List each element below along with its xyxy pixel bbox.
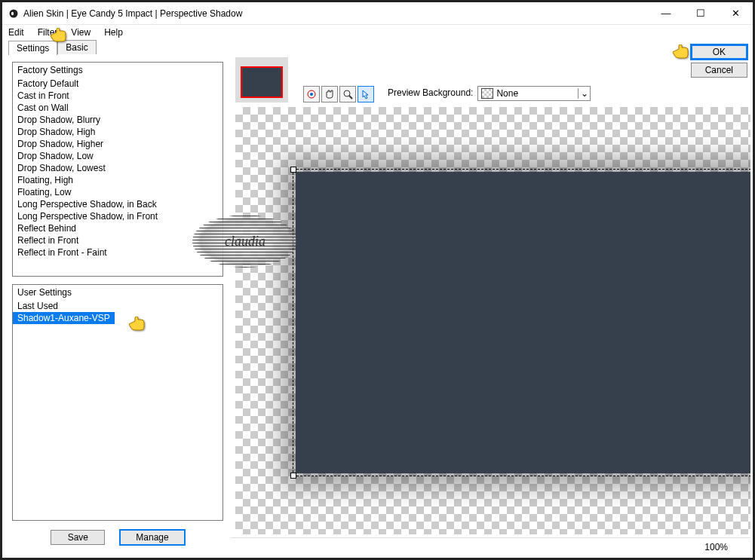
svg-point-3 [310,93,313,96]
tab-row: Settings Basic [2,40,753,55]
svg-point-4 [344,90,350,96]
menu-view[interactable]: View [71,27,91,38]
list-item[interactable]: Drop Shadow, Lowest [13,162,223,174]
factory-settings-header: Factory Settings [13,63,223,78]
close-button[interactable]: ✕ [718,2,753,24]
thumbnail-strip [235,57,288,103]
user-settings-header: User Settings [13,285,223,300]
preview-canvas[interactable] [235,107,750,534]
list-item[interactable]: Drop Shadow, Low [13,150,223,162]
preview-background-value: None [496,88,578,99]
thumbnail-selected[interactable] [241,66,283,98]
list-item[interactable]: Reflect Behind [13,222,223,234]
tool-zoom-icon[interactable] [339,86,356,103]
list-item-selected[interactable]: Shadow1-Auxane-VSP [13,312,115,324]
preview-toolbar: Preview Background: None ⌄ [231,57,750,107]
list-item[interactable]: Long Perspective Shadow, in Back [13,198,223,210]
svg-point-1 [11,11,14,14]
tab-basic[interactable]: Basic [57,40,96,54]
menu-filter[interactable]: Filter [38,27,58,38]
list-item[interactable]: Drop Shadow, Blurry [13,114,223,126]
window-title: Alien Skin | Eye Candy 5 Impact | Perspe… [23,8,649,19]
list-item[interactable]: Drop Shadow, Higher [13,138,223,150]
list-item[interactable]: Drop Shadow, High [13,126,223,138]
tool-pointer-icon[interactable] [358,86,374,103]
preview-area[interactable] [235,107,750,534]
maximize-button[interactable]: ☐ [683,2,718,24]
preview-panel: OK Cancel Preview Background: None ⌄ [231,57,750,555]
chevron-down-icon: ⌄ [578,88,590,99]
status-bar: 100% [231,537,750,555]
menubar: Edit Filter View Help [2,25,753,40]
list-item[interactable]: Floating, Low [13,186,223,198]
list-item[interactable]: Factory Default [13,78,223,90]
tab-settings[interactable]: Settings [8,41,57,55]
preview-background-select[interactable]: None ⌄ [477,86,591,101]
selection-handle[interactable] [290,167,296,173]
zoom-level: 100% [704,542,728,552]
window-titlebar: Alien Skin | Eye Candy 5 Impact | Perspe… [2,2,753,25]
list-item[interactable]: Reflect in Front - Faint [13,246,223,259]
tool-hand-icon[interactable] [321,86,338,103]
list-item[interactable]: Cast on Wall [13,102,223,114]
user-settings-list[interactable]: User Settings Last Used Shadow1-Auxane-V… [12,284,223,521]
app-icon [8,8,19,19]
factory-settings-list[interactable]: Factory Settings Factory Default Cast in… [12,62,223,277]
settings-button-row: Save Manage [12,528,223,551]
menu-help[interactable]: Help [104,27,123,38]
window-controls: — ☐ ✕ [649,2,753,24]
list-item[interactable]: Floating, High [13,174,223,186]
save-button[interactable]: Save [51,530,105,545]
list-item[interactable]: Reflect in Front [13,234,223,246]
list-item[interactable]: Last Used [13,300,223,312]
selection-handle[interactable] [290,473,296,479]
manage-button[interactable]: Manage [120,530,184,545]
preview-background-label: Preview Background: [388,87,473,98]
list-item[interactable]: Cast in Front [13,90,223,102]
svg-line-5 [349,96,352,99]
settings-panel: Factory Settings Factory Default Cast in… [5,57,231,555]
list-item[interactable]: Long Perspective Shadow, in Front [13,210,223,222]
dialog-buttons: OK Cancel [691,44,747,78]
ok-button[interactable]: OK [691,44,747,60]
menu-edit[interactable]: Edit [8,27,24,38]
selection-marquee[interactable] [293,169,750,476]
tool-buttons [303,86,374,103]
checker-swatch-icon [481,88,493,99]
minimize-button[interactable]: — [649,2,683,24]
tool-target-icon[interactable] [303,86,320,103]
cancel-button[interactable]: Cancel [691,63,747,78]
watermark: claudia [192,215,298,268]
